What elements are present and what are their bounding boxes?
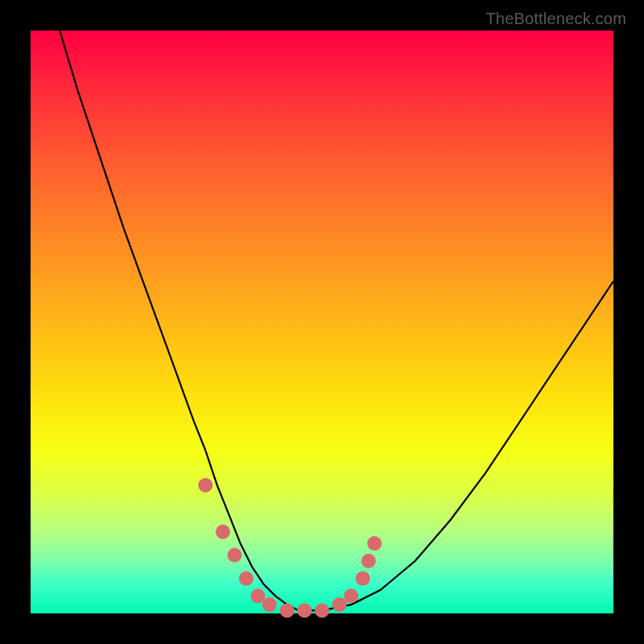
highlight-markers <box>198 478 382 618</box>
marker-point <box>198 478 213 493</box>
marker-point <box>361 554 376 568</box>
marker-point <box>262 597 277 612</box>
marker-point <box>332 597 347 612</box>
plot-area <box>31 31 613 613</box>
marker-point <box>367 536 382 551</box>
bottleneck-curve <box>60 31 613 610</box>
marker-point <box>297 603 312 617</box>
marker-point <box>356 572 370 586</box>
chart-frame: TheBottleneck.com <box>0 0 644 644</box>
marker-point <box>227 548 242 563</box>
marker-point <box>280 603 295 617</box>
marker-point <box>239 572 254 586</box>
marker-point <box>344 588 358 603</box>
marker-point <box>315 603 329 617</box>
marker-point <box>250 588 265 603</box>
marker-point <box>216 525 230 539</box>
watermark-text: TheBottleneck.com <box>485 10 626 28</box>
chart-svg <box>31 31 613 613</box>
